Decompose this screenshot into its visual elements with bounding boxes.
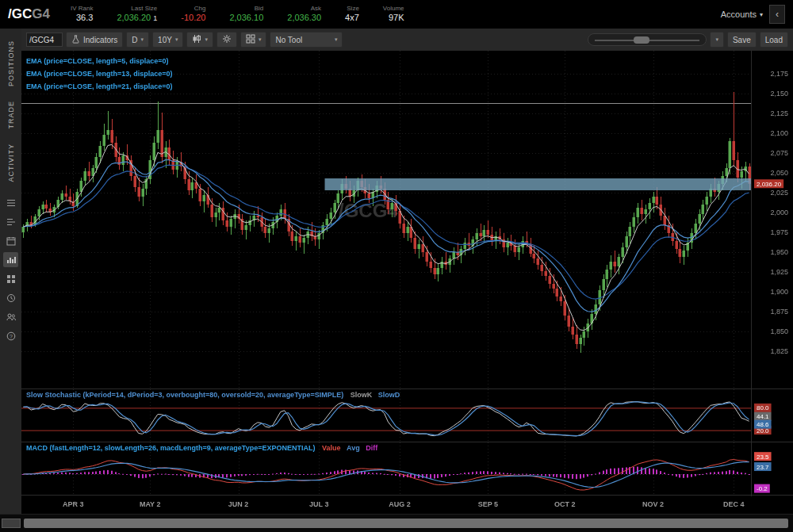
sidebar-tab-positions[interactable]: POSITIONS <box>7 33 15 94</box>
zoom-preset-dropdown[interactable]: ▾ <box>710 32 724 48</box>
slowk-legend: SlowK <box>351 391 373 399</box>
chevron-down-icon: ▾ <box>760 11 763 18</box>
quote-stat: Bid2,036.10 <box>229 5 263 24</box>
ema13-label[interactable]: EMA (price=CLOSE, length=13, displace=0) <box>26 67 172 80</box>
drawing-tool-dropdown[interactable]: No Tool ▾ <box>270 32 343 48</box>
time-axis-label: OCT 2 <box>554 500 576 508</box>
ema21-label[interactable]: EMA (price=CLOSE, length=21, displace=0) <box>26 80 172 93</box>
stochastic-label[interactable]: Slow Stochastic (kPeriod=14, dPeriod=3, … <box>26 391 400 399</box>
symbol-root: /GC <box>8 6 32 22</box>
aggregation-dropdown[interactable]: D ▾ <box>126 32 149 48</box>
aggregation-value: D <box>132 36 137 44</box>
history-icon[interactable] <box>3 290 18 305</box>
help-icon[interactable]: ? <box>3 328 18 343</box>
quote-stats: IV Rank36.3Last Size2,036.201Chg-10.20Bi… <box>71 5 404 24</box>
left-sidebar: POSITIONSTRADEACTIVITY? <box>0 29 21 514</box>
chart-icon[interactable] <box>3 252 18 267</box>
save-button[interactable]: Save <box>727 32 757 48</box>
save-label: Save <box>733 36 751 44</box>
accounts-dropdown[interactable]: Accounts ▾ <box>721 10 763 19</box>
symbol-input[interactable] <box>26 33 63 47</box>
slowd-legend: SlowD <box>378 391 400 399</box>
macd-value-legend: Value <box>322 444 341 452</box>
time-zoom-slider[interactable] <box>588 33 707 46</box>
watchlist-icon[interactable] <box>3 195 18 210</box>
time-axis-label: AUG 2 <box>389 500 411 508</box>
study-labels: EMA (price=CLOSE, length=5, displace=0) … <box>26 55 172 93</box>
time-axis-label: JUL 3 <box>309 500 328 508</box>
macd-diff-legend: Diff <box>366 444 377 452</box>
accounts-label: Accounts <box>721 10 757 19</box>
quote-stat: IV Rank36.3 <box>71 5 93 24</box>
indicators-button[interactable]: Indicators <box>66 32 123 48</box>
chart-region: EMA (price=CLOSE, length=5, displace=0) … <box>21 51 793 514</box>
price-pane-canvas[interactable] <box>21 51 793 388</box>
sidebar-tab-activity[interactable]: ACTIVITY <box>7 136 15 189</box>
slider-thumb[interactable] <box>634 36 649 44</box>
chart-toolbar: Indicators D ▾ 10Y ▾ ▾ <box>21 29 793 51</box>
drawing-tool-value: No Tool <box>275 36 302 44</box>
macd-label[interactable]: MACD (fastLength=12, slowLength=26, macd… <box>26 444 377 452</box>
symbol-contract: G4 <box>32 6 50 22</box>
sidebar-tab-trade[interactable]: TRADE <box>7 94 15 136</box>
scrollbar-left-box[interactable] <box>2 519 21 528</box>
grid-icon <box>246 34 255 45</box>
community-icon[interactable] <box>3 309 18 324</box>
widgets-icon[interactable] <box>3 271 18 286</box>
time-axis: APR 3MAY 2JUN 2JUL 3AUG 2SEP 5OCT 2NOV 2… <box>21 495 793 514</box>
time-axis-label: APR 3 <box>63 500 84 508</box>
chevron-down-icon: ▾ <box>715 36 718 43</box>
range-value: 10Y <box>158 36 172 44</box>
quote-header: /GCG4 IV Rank36.3Last Size2,036.201Chg-1… <box>0 0 793 29</box>
chart-style-dropdown[interactable]: ▾ <box>186 32 213 48</box>
chevron-down-icon: ▾ <box>205 36 208 43</box>
load-button[interactable]: Load <box>760 32 788 48</box>
range-dropdown[interactable]: 10Y ▾ <box>152 32 183 48</box>
chart-settings-button[interactable] <box>216 32 237 48</box>
flask-icon <box>71 35 80 45</box>
quote-stat: Size4x7 <box>345 5 359 24</box>
chevron-down-icon: ▾ <box>175 36 178 43</box>
svg-text:?: ? <box>10 333 13 339</box>
chevron-down-icon: ▾ <box>335 36 338 43</box>
stochastic-title: Slow Stochastic (kPeriod=14, dPeriod=3, … <box>26 391 343 399</box>
time-axis-label: NOV 2 <box>642 500 664 508</box>
app-root: /GCG4 IV Rank36.3Last Size2,036.201Chg-1… <box>0 0 793 532</box>
symbol-title: /GCG4 <box>8 6 50 22</box>
macd-title: MACD (fastLength=12, slowLength=26, macd… <box>26 444 315 452</box>
grid-layout-dropdown[interactable]: ▾ <box>240 32 267 48</box>
time-axis-label: SEP 5 <box>478 500 498 508</box>
chevron-down-icon: ▾ <box>259 36 262 43</box>
orders-icon[interactable] <box>3 214 18 229</box>
chevron-down-icon: ▾ <box>141 36 144 43</box>
candlestick-icon <box>192 34 201 45</box>
quote-stat: Chg-10.20 <box>181 5 205 24</box>
time-axis-label: DEC 4 <box>723 500 745 508</box>
quote-stat: Last Size2,036.201 <box>117 5 157 24</box>
chart-gadget: Indicators D ▾ 10Y ▾ ▾ <box>21 29 793 514</box>
collapse-panel-button[interactable]: ‹ <box>769 5 785 24</box>
horizontal-scrollbar <box>0 514 793 532</box>
quote-stat: Ask2,036.30 <box>287 5 321 24</box>
time-axis-label: MAY 2 <box>140 500 161 508</box>
macd-avg-legend: Avg <box>347 444 360 452</box>
gear-icon <box>222 34 232 45</box>
indicators-label: Indicators <box>83 36 117 44</box>
load-label: Load <box>765 36 783 44</box>
time-axis-label: JUN 2 <box>228 500 249 508</box>
ema5-label[interactable]: EMA (price=CLOSE, length=5, displace=0) <box>26 55 172 67</box>
calendar-icon[interactable] <box>3 233 18 248</box>
quote-stat: Volume97K <box>383 5 404 24</box>
scrollbar-thumb[interactable] <box>24 519 788 528</box>
